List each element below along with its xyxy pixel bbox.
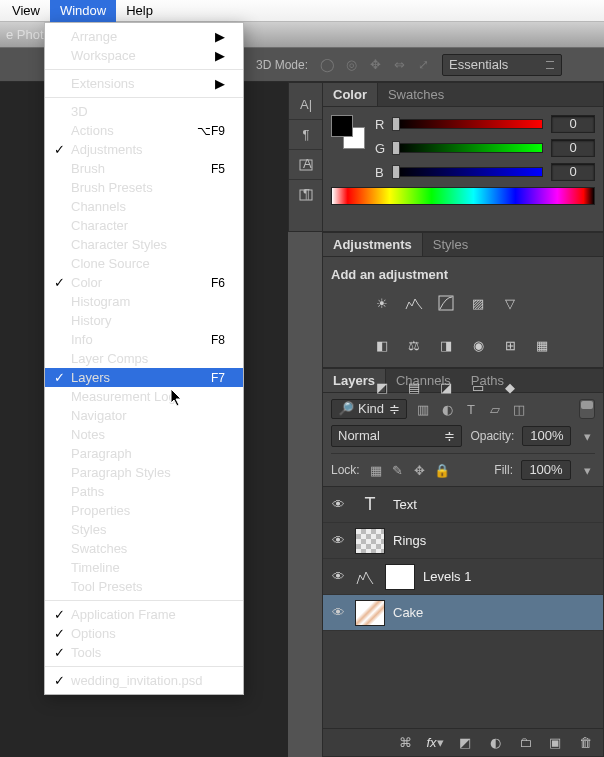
tab-swatches[interactable]: Swatches xyxy=(378,83,454,106)
tab-color[interactable]: Color xyxy=(323,82,378,106)
color-ramp[interactable] xyxy=(331,187,595,205)
gradient-map-icon[interactable]: ▭ xyxy=(467,376,489,398)
selective-color-icon[interactable]: ◆ xyxy=(499,376,521,398)
tab-adjustments[interactable]: Adjustments xyxy=(323,232,423,256)
new-adjustment-icon[interactable]: ◐ xyxy=(487,735,503,751)
visibility-icon[interactable]: 👁 xyxy=(329,605,347,620)
posterize-icon[interactable]: ▤ xyxy=(403,376,425,398)
vibrance-icon[interactable]: ▽ xyxy=(499,292,521,314)
curves-icon[interactable] xyxy=(435,292,457,314)
photo-filter-icon[interactable]: ◉ xyxy=(467,334,489,356)
opacity-dropdown-icon[interactable]: ▾ xyxy=(579,428,595,444)
visibility-icon[interactable]: 👁 xyxy=(329,569,347,584)
link-layers-icon[interactable]: ⌘ xyxy=(397,735,413,751)
menu-item-layer-comps[interactable]: Layer Comps xyxy=(45,349,243,368)
menu-item-paragraph-styles[interactable]: Paragraph Styles xyxy=(45,463,243,482)
blend-mode-select[interactable]: Normal≑ xyxy=(331,425,462,447)
hue-sat-icon[interactable]: ◧ xyxy=(371,334,393,356)
menu-item-paragraph[interactable]: Paragraph xyxy=(45,444,243,463)
menu-item-workspace[interactable]: Workspace▶ xyxy=(45,46,243,65)
fill-field[interactable]: 100% xyxy=(521,460,571,480)
g-slider[interactable] xyxy=(395,143,543,153)
new-layer-icon[interactable]: ▣ xyxy=(547,735,563,751)
menu-item-brush[interactable]: BrushF5 xyxy=(45,159,243,178)
fill-dropdown-icon[interactable]: ▾ xyxy=(579,462,595,478)
menu-item-clone-source[interactable]: Clone Source xyxy=(45,254,243,273)
visibility-icon[interactable]: 👁 xyxy=(329,497,347,512)
layer-row-levels-1[interactable]: 👁Levels 1 xyxy=(323,559,603,595)
threshold-icon[interactable]: ◪ xyxy=(435,376,457,398)
menu-item-swatches[interactable]: Swatches xyxy=(45,539,243,558)
fg-bg-swatch[interactable] xyxy=(331,115,365,149)
menu-item-properties[interactable]: Properties xyxy=(45,501,243,520)
menu-item-extensions[interactable]: Extensions▶ xyxy=(45,74,243,93)
menu-item-brush-presets[interactable]: Brush Presets xyxy=(45,178,243,197)
menu-item-navigator[interactable]: Navigator xyxy=(45,406,243,425)
3d-scale-icon[interactable]: ⤢ xyxy=(414,56,432,74)
3d-rotate-icon[interactable]: ◎ xyxy=(342,56,360,74)
menu-item-arrange[interactable]: Arrange▶ xyxy=(45,27,243,46)
3d-pan-icon[interactable]: ✥ xyxy=(366,56,384,74)
menu-item-options[interactable]: ✓Options xyxy=(45,624,243,643)
layer-row-cake[interactable]: 👁Cake xyxy=(323,595,603,631)
workspace-switcher[interactable]: Essentials xyxy=(442,54,562,76)
bw-icon[interactable]: ◨ xyxy=(435,334,457,356)
r-field[interactable]: 0 xyxy=(551,115,595,133)
menu-item-info[interactable]: InfoF8 xyxy=(45,330,243,349)
menu-item-3d[interactable]: 3D xyxy=(45,102,243,121)
menu-help[interactable]: Help xyxy=(116,0,163,22)
menu-item-styles[interactable]: Styles xyxy=(45,520,243,539)
menu-item-wedding-invitation-psd[interactable]: ✓wedding_invitation.psd xyxy=(45,671,243,690)
exposure-icon[interactable]: ▨ xyxy=(467,292,489,314)
menu-item-history[interactable]: History xyxy=(45,311,243,330)
channel-mixer-icon[interactable]: ⊞ xyxy=(499,334,521,356)
tab-styles[interactable]: Styles xyxy=(423,233,478,256)
paragraph-panel-icon[interactable]: ¶ xyxy=(289,119,323,149)
menu-view[interactable]: View xyxy=(2,0,50,22)
menu-item-measurement-log[interactable]: Measurement Log xyxy=(45,387,243,406)
menu-window[interactable]: Window xyxy=(50,0,116,22)
character-panel-icon[interactable]: A| xyxy=(289,89,323,119)
g-field[interactable]: 0 xyxy=(551,139,595,157)
r-slider[interactable] xyxy=(395,119,543,129)
opacity-field[interactable]: 100% xyxy=(522,426,571,446)
lock-position-icon[interactable]: ✥ xyxy=(412,462,428,478)
parstyles-panel-icon[interactable]: ¶ xyxy=(289,179,323,209)
menu-item-layers[interactable]: ✓LayersF7 xyxy=(45,368,243,387)
brightness-icon[interactable]: ☀ xyxy=(371,292,393,314)
menu-item-adjustments[interactable]: ✓Adjustments xyxy=(45,140,243,159)
menu-item-application-frame[interactable]: ✓Application Frame xyxy=(45,605,243,624)
filter-toggle[interactable] xyxy=(579,399,595,419)
menu-item-color[interactable]: ✓ColorF6 xyxy=(45,273,243,292)
delete-layer-icon[interactable]: 🗑 xyxy=(577,735,593,751)
menu-item-actions[interactable]: Actions⌥F9 xyxy=(45,121,243,140)
layer-row-text[interactable]: 👁TText xyxy=(323,487,603,523)
new-group-icon[interactable]: 🗀 xyxy=(517,735,533,751)
color-lookup-icon[interactable]: ▦ xyxy=(531,334,553,356)
visibility-icon[interactable]: 👁 xyxy=(329,533,347,548)
3d-slide-icon[interactable]: ⇔ xyxy=(390,56,408,74)
lock-all-icon[interactable]: 🔒 xyxy=(434,462,450,478)
lock-transparent-icon[interactable]: ▦ xyxy=(368,462,384,478)
charstyles-panel-icon[interactable]: A xyxy=(289,149,323,179)
b-slider[interactable] xyxy=(395,167,543,177)
3d-orbit-icon[interactable]: ◯ xyxy=(318,56,336,74)
layer-mask-icon[interactable]: ◩ xyxy=(457,735,473,751)
layer-fx-icon[interactable]: fx▾ xyxy=(427,735,443,751)
menu-item-channels[interactable]: Channels xyxy=(45,197,243,216)
menu-item-character-styles[interactable]: Character Styles xyxy=(45,235,243,254)
fg-color-swatch[interactable] xyxy=(331,115,353,137)
menu-item-timeline[interactable]: Timeline xyxy=(45,558,243,577)
levels-icon[interactable] xyxy=(403,292,425,314)
menu-item-character[interactable]: Character xyxy=(45,216,243,235)
lock-pixels-icon[interactable]: ✎ xyxy=(390,462,406,478)
b-field[interactable]: 0 xyxy=(551,163,595,181)
menu-item-tools[interactable]: ✓Tools xyxy=(45,643,243,662)
menu-item-paths[interactable]: Paths xyxy=(45,482,243,501)
menu-item-histogram[interactable]: Histogram xyxy=(45,292,243,311)
layer-row-rings[interactable]: 👁Rings xyxy=(323,523,603,559)
color-balance-icon[interactable]: ⚖ xyxy=(403,334,425,356)
menu-item-tool-presets[interactable]: Tool Presets xyxy=(45,577,243,596)
invert2-icon[interactable]: ◩ xyxy=(371,376,393,398)
menu-item-notes[interactable]: Notes xyxy=(45,425,243,444)
